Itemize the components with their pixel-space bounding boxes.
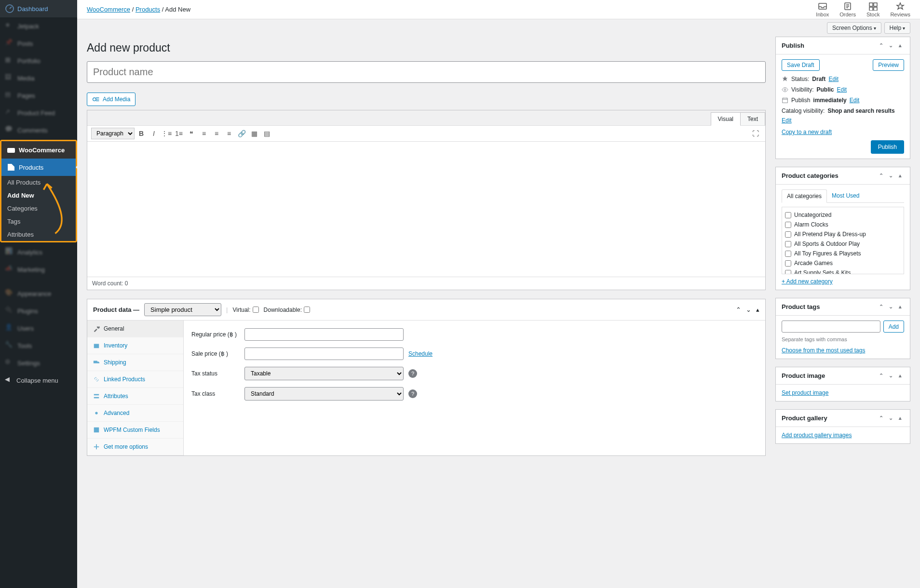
chevron-up-icon[interactable]: ⌃ — [736, 306, 741, 313]
svg-rect-4 — [869, 3, 873, 6]
set-product-image-link[interactable]: Set product image — [782, 389, 828, 396]
pd-tab-shipping[interactable]: Shipping — [87, 354, 183, 371]
calendar-icon — [782, 97, 788, 104]
edit-visibility-link[interactable]: Edit — [837, 86, 847, 93]
sidebar-sub-attributes[interactable]: Attributes — [1, 228, 76, 241]
collapse-menu[interactable]: ◀ Collapse menu — [0, 372, 77, 389]
tags-input[interactable] — [782, 321, 880, 333]
publish-title: Publish — [782, 42, 804, 49]
pd-tab-general[interactable]: General — [87, 321, 183, 337]
help-button[interactable]: Help — [884, 22, 910, 34]
category-item[interactable]: Alarm Clocks — [785, 220, 901, 229]
breadcrumb: WooCommerce / Products / Add New — [87, 0, 816, 19]
sidebar-woocommerce[interactable]: WooCommerce — [1, 141, 76, 159]
bold-button[interactable]: B — [135, 128, 147, 139]
add-category-link[interactable]: + Add new category — [782, 278, 833, 285]
sidebar-sub-all-products[interactable]: All Products — [1, 176, 76, 189]
link-button[interactable]: 🔗 — [236, 128, 247, 139]
copy-draft-link[interactable]: Copy to a new draft — [782, 129, 832, 135]
editor-body[interactable] — [87, 142, 765, 277]
toolbar-toggle-button[interactable]: ▤ — [261, 128, 272, 139]
add-media-button[interactable]: Add Media — [87, 93, 135, 106]
sidebar-sub-add-new[interactable]: Add New — [1, 189, 76, 202]
preview-button[interactable]: Preview — [873, 59, 904, 71]
pd-tab-linked[interactable]: Linked Products — [87, 371, 183, 388]
tags-title: Product tags — [782, 303, 820, 310]
more-button[interactable]: ▦ — [248, 128, 260, 139]
ul-button[interactable]: ⋮≡ — [161, 128, 172, 139]
schedule-link[interactable]: Schedule — [408, 350, 433, 357]
caret-up-icon[interactable]: ▴ — [756, 306, 759, 313]
cat-tab-all[interactable]: All categories — [782, 189, 827, 203]
page-title: Add new product — [87, 41, 766, 54]
product-data-panel: Product data — Simple product | Virtual:… — [87, 299, 766, 456]
topbar-orders[interactable]: Orders — [839, 2, 856, 17]
product-name-input[interactable] — [87, 61, 766, 83]
ol-button[interactable]: 1≡ — [173, 128, 185, 139]
svg-rect-15 — [783, 98, 788, 103]
tax-class-select[interactable]: Standard — [244, 387, 404, 401]
pd-tab-attributes[interactable]: Attributes — [87, 388, 183, 405]
sidebar-sub-categories[interactable]: Categories — [1, 202, 76, 215]
edit-catalog-link[interactable]: Edit — [782, 117, 792, 124]
editor-toolbar: Paragraph B I ⋮≡ 1≡ ❝ ≡ ≡ ≡ 🔗 ▦ ▤ ⛶ — [87, 126, 765, 142]
publish-schedule: Publish immediately Edit — [782, 97, 904, 104]
topbar-reviews[interactable]: Reviews — [890, 2, 910, 17]
inventory-icon — [93, 342, 100, 349]
align-center-button[interactable]: ≡ — [211, 128, 222, 139]
regular-price-label: Regular price (฿ ) — [191, 331, 244, 338]
product-gallery-title: Product gallery — [782, 414, 827, 422]
cat-tab-most-used[interactable]: Most Used — [827, 189, 864, 202]
pd-tab-wpfm[interactable]: WPFM Custom Fields — [87, 422, 183, 439]
align-left-button[interactable]: ≡ — [198, 128, 210, 139]
save-draft-button[interactable]: Save Draft — [782, 59, 820, 71]
category-list[interactable]: Uncategorized Alarm Clocks All Pretend P… — [782, 207, 904, 274]
category-item[interactable]: All Pretend Play & Dress-up — [785, 229, 901, 239]
virtual-checkbox[interactable]: Virtual: — [232, 307, 258, 313]
categories-panel: Product categories⌃⌄▴ All categories Mos… — [775, 167, 910, 290]
category-item[interactable]: All Toy Figures & Playsets — [785, 249, 901, 258]
sidebar-sub-tags[interactable]: Tags — [1, 215, 76, 228]
editor-tab-visual[interactable]: Visual — [711, 112, 741, 126]
quote-button[interactable]: ❝ — [186, 128, 197, 139]
publish-button[interactable]: Publish — [871, 140, 904, 154]
add-tag-button[interactable]: Add — [883, 321, 904, 333]
downloadable-checkbox[interactable]: Downloadable: — [264, 307, 310, 313]
category-item[interactable]: All Sports & Outdoor Play — [785, 239, 901, 249]
choose-tags-link[interactable]: Choose from the most used tags — [782, 347, 865, 354]
pin-icon — [782, 76, 788, 82]
tax-status-select[interactable]: Taxable — [244, 367, 404, 380]
help-icon[interactable]: ? — [408, 369, 417, 378]
screen-options-button[interactable]: Screen Options — [827, 22, 881, 34]
svg-rect-6 — [869, 7, 873, 11]
sidebar-products[interactable]: Products — [1, 159, 76, 176]
help-icon[interactable]: ? — [408, 389, 417, 398]
category-item[interactable]: Art Supply Sets & Kits — [785, 268, 901, 274]
category-item[interactable]: Arcade Games — [785, 258, 901, 268]
format-select[interactable]: Paragraph — [91, 128, 135, 139]
chevron-down-icon[interactable]: ⌄ — [746, 306, 751, 313]
breadcrumb-woocommerce[interactable]: WooCommerce — [87, 6, 130, 13]
breadcrumb-products[interactable]: Products — [135, 6, 160, 13]
svg-point-12 — [95, 412, 97, 414]
italic-button[interactable]: I — [148, 128, 160, 139]
fields-icon — [93, 427, 100, 433]
topbar-inbox[interactable]: Inbox — [816, 2, 829, 17]
fullscreen-button[interactable]: ⛶ — [750, 128, 761, 139]
product-type-select[interactable]: Simple product — [144, 303, 221, 316]
wrench-icon — [93, 325, 100, 332]
edit-schedule-link[interactable]: Edit — [850, 97, 860, 104]
sale-price-input[interactable] — [244, 347, 404, 360]
pd-tab-advanced[interactable]: Advanced — [87, 405, 183, 422]
sidebar-dashboard[interactable]: Dashboard — [0, 0, 77, 17]
topbar-stock[interactable]: Stock — [866, 2, 880, 17]
editor-tab-text[interactable]: Text — [740, 112, 765, 125]
pd-tab-inventory[interactable]: Inventory — [87, 337, 183, 354]
align-right-button[interactable]: ≡ — [223, 128, 235, 139]
tax-class-label: Tax class — [191, 390, 244, 397]
pd-tab-more[interactable]: Get more options — [87, 439, 183, 455]
category-item[interactable]: Uncategorized — [785, 210, 901, 220]
regular-price-input[interactable] — [244, 328, 404, 341]
edit-status-link[interactable]: Edit — [828, 76, 839, 82]
add-gallery-images-link[interactable]: Add product gallery images — [782, 432, 852, 439]
